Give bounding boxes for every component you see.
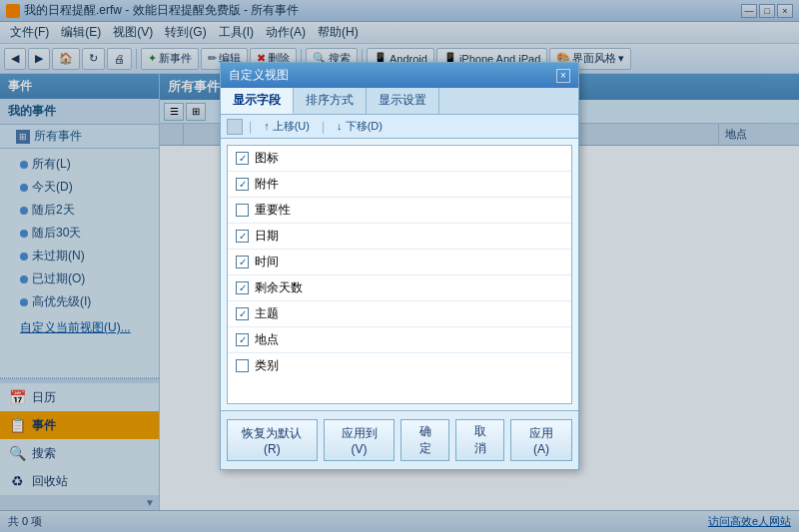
modal-list-item[interactable]: 附件 bbox=[228, 172, 571, 198]
field-label: 主题 bbox=[255, 305, 279, 322]
field-label: 类别 bbox=[255, 357, 279, 374]
field-label: 地点 bbox=[255, 331, 279, 348]
modal-list-item[interactable]: 时间 bbox=[228, 250, 571, 275]
field-label: 日期 bbox=[255, 228, 279, 245]
modal-list-item[interactable]: 类别 bbox=[228, 353, 571, 378]
cancel-button[interactable]: 取消 bbox=[455, 419, 504, 461]
field-checkbox[interactable] bbox=[236, 256, 249, 268]
field-label: 重要性 bbox=[255, 202, 291, 219]
restore-default-button[interactable]: 恢复为默认(R) bbox=[227, 419, 318, 461]
field-checkbox[interactable] bbox=[236, 333, 249, 346]
modal-close-button[interactable]: × bbox=[556, 69, 570, 83]
field-label: 剩余天数 bbox=[255, 279, 303, 296]
separator: | bbox=[322, 120, 325, 134]
modal-footer: 恢复为默认(R) 应用到(V) 确定 取消 应用(A) bbox=[221, 410, 578, 469]
confirm-button[interactable]: 确定 bbox=[400, 419, 449, 461]
field-checkbox[interactable] bbox=[236, 178, 249, 191]
apply-to-button[interactable]: 应用到(V) bbox=[324, 419, 395, 461]
modal-list-item[interactable]: 主题 bbox=[228, 301, 571, 327]
field-checkbox[interactable] bbox=[236, 230, 249, 243]
field-label: 附件 bbox=[255, 176, 279, 193]
tab-display-fields[interactable]: 显示字段 bbox=[221, 88, 294, 114]
move-down-button[interactable]: ↓ 下移(D) bbox=[331, 118, 389, 135]
modal-content-toolbar: | ↑ 上移(U) | ↓ 下移(D) bbox=[221, 115, 578, 139]
tab-display-settings[interactable]: 显示设置 bbox=[367, 88, 439, 114]
field-checkbox[interactable] bbox=[236, 281, 249, 294]
modal-list-item[interactable]: 剩余天数 bbox=[228, 275, 571, 301]
tab-sort-order[interactable]: 排序方式 bbox=[294, 88, 367, 114]
modal-overlay: 自定义视图 × 显示字段 排序方式 显示设置 | ↑ 上移(U) | ↓ 下移(… bbox=[0, 0, 799, 532]
separator: | bbox=[249, 120, 252, 134]
field-label: 时间 bbox=[255, 254, 279, 270]
modal-list-item[interactable]: 地点 bbox=[228, 327, 571, 353]
apply-button[interactable]: 应用(A) bbox=[510, 419, 572, 461]
field-label: 图标 bbox=[255, 150, 279, 167]
toolbar-icon bbox=[227, 119, 243, 135]
modal-list-item[interactable]: 图标 bbox=[228, 146, 571, 172]
modal-title-text: 自定义视图 bbox=[229, 67, 289, 84]
modal-title-bar: 自定义视图 × bbox=[221, 63, 578, 88]
custom-view-dialog: 自定义视图 × 显示字段 排序方式 显示设置 | ↑ 上移(U) | ↓ 下移(… bbox=[220, 62, 579, 470]
modal-tabs: 显示字段 排序方式 显示设置 bbox=[221, 88, 578, 115]
modal-list-item[interactable]: 日期 bbox=[228, 224, 571, 250]
modal-list-item[interactable]: 重要性 bbox=[228, 198, 571, 224]
modal-fields-list: 图标附件重要性日期时间剩余天数主题地点类别 bbox=[227, 145, 572, 404]
field-checkbox[interactable] bbox=[236, 152, 249, 165]
field-checkbox[interactable] bbox=[236, 359, 249, 372]
field-checkbox[interactable] bbox=[236, 307, 249, 320]
move-up-button[interactable]: ↑ 上移(U) bbox=[258, 118, 316, 135]
field-checkbox[interactable] bbox=[236, 204, 249, 217]
